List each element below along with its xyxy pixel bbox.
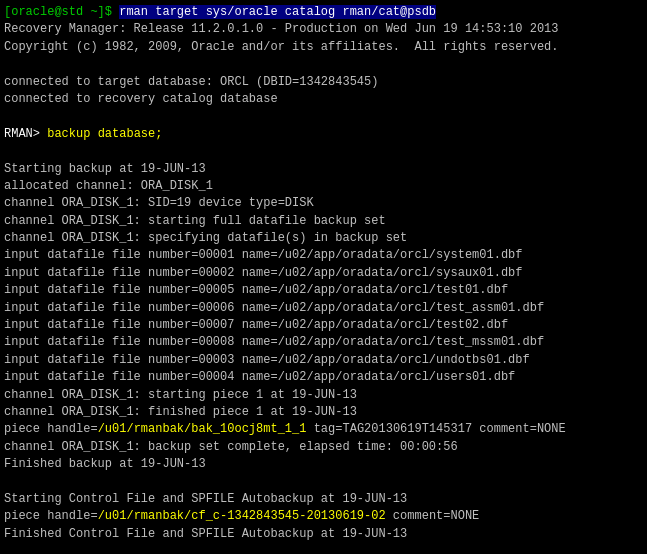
- channel-finish-text: channel ORA_DISK_1: finished piece 1 at …: [4, 405, 357, 419]
- input2-line: input datafile file number=00002 name=/u…: [4, 265, 643, 282]
- piece-handle2-suffix: comment=NONE: [386, 509, 480, 523]
- piece-handle1-path: /u01/rmanbak/bak_10ocj8mt_1_1: [98, 422, 307, 436]
- piece-handle1-suffix: tag=TAG20130619T145317 comment=NONE: [306, 422, 565, 436]
- channel-finish-line: channel ORA_DISK_1: finished piece 1 at …: [4, 404, 643, 421]
- rman-prompt: RMAN>: [4, 127, 47, 141]
- connected1-text: connected to target database: ORCL (DBID…: [4, 75, 378, 89]
- recovery-manager-line: Recovery Manager: Release 11.2.0.1.0 - P…: [4, 21, 643, 38]
- recovery-manager-text: Recovery Manager: Release 11.2.0.1.0 - P…: [4, 22, 559, 36]
- channel-complete-line: channel ORA_DISK_1: backup set complete,…: [4, 439, 643, 456]
- alloc-channel-line: allocated channel: ORA_DISK_1: [4, 178, 643, 195]
- piece-handle1-line: piece handle=/u01/rmanbak/bak_10ocj8mt_1…: [4, 421, 643, 438]
- rman-prompt-line: RMAN> backup database;: [4, 126, 643, 143]
- backup-cmd: backup database;: [47, 127, 162, 141]
- blank5: [4, 543, 643, 554]
- input5-text: input datafile file number=00007 name=/u…: [4, 318, 508, 332]
- finished1-text: Finished backup at 19-JUN-13: [4, 457, 206, 471]
- piece-handle2-prefix: piece handle=: [4, 509, 98, 523]
- input3-line: input datafile file number=00005 name=/u…: [4, 282, 643, 299]
- connected1-line: connected to target database: ORCL (DBID…: [4, 74, 643, 91]
- start-backup-text: Starting backup at 19-JUN-13: [4, 162, 206, 176]
- piece-handle2-path: /u01/rmanbak/cf_c-1342843545-20130619-02: [98, 509, 386, 523]
- channel-full-line: channel ORA_DISK_1: starting full datafi…: [4, 213, 643, 230]
- input2-text: input datafile file number=00002 name=/u…: [4, 266, 522, 280]
- finished2-text: Finished Control File and SPFILE Autobac…: [4, 527, 407, 541]
- input8-line: input datafile file number=00004 name=/u…: [4, 369, 643, 386]
- terminal: [oracle@std ~]$ rman target sys/oracle c…: [0, 0, 647, 554]
- input1-text: input datafile file number=00001 name=/u…: [4, 248, 522, 262]
- finished2-line: Finished Control File and SPFILE Autobac…: [4, 526, 643, 543]
- channel-sid-line: channel ORA_DISK_1: SID=19 device type=D…: [4, 195, 643, 212]
- channel-full-text: channel ORA_DISK_1: starting full datafi…: [4, 214, 386, 228]
- connected2-line: connected to recovery catalog database: [4, 91, 643, 108]
- input8-text: input datafile file number=00004 name=/u…: [4, 370, 515, 384]
- channel-start-line: channel ORA_DISK_1: starting piece 1 at …: [4, 387, 643, 404]
- connected2-text: connected to recovery catalog database: [4, 92, 278, 106]
- blank2: [4, 108, 643, 125]
- channel-spec-text: channel ORA_DISK_1: specifying datafile(…: [4, 231, 407, 245]
- input1-line: input datafile file number=00001 name=/u…: [4, 247, 643, 264]
- channel-complete-text: channel ORA_DISK_1: backup set complete,…: [4, 440, 458, 454]
- blank3: [4, 143, 643, 160]
- alloc-channel-text: allocated channel: ORA_DISK_1: [4, 179, 213, 193]
- piece-handle1-prefix: piece handle=: [4, 422, 98, 436]
- piece-handle2-line: piece handle=/u01/rmanbak/cf_c-134284354…: [4, 508, 643, 525]
- blank1: [4, 56, 643, 73]
- start-control-line: Starting Control File and SPFILE Autobac…: [4, 491, 643, 508]
- input7-line: input datafile file number=00003 name=/u…: [4, 352, 643, 369]
- start-control-text: Starting Control File and SPFILE Autobac…: [4, 492, 407, 506]
- finished1-line: Finished backup at 19-JUN-13: [4, 456, 643, 473]
- blank4: [4, 474, 643, 491]
- channel-sid-text: channel ORA_DISK_1: SID=19 device type=D…: [4, 196, 314, 210]
- start-backup-line: Starting backup at 19-JUN-13: [4, 161, 643, 178]
- prompt1: [oracle@std ~]$: [4, 5, 119, 19]
- cmd1-line: [oracle@std ~]$ rman target sys/oracle c…: [4, 4, 643, 21]
- channel-start-text: channel ORA_DISK_1: starting piece 1 at …: [4, 388, 357, 402]
- copyright-line: Copyright (c) 1982, 2009, Oracle and/or …: [4, 39, 643, 56]
- input6-line: input datafile file number=00008 name=/u…: [4, 334, 643, 351]
- input6-text: input datafile file number=00008 name=/u…: [4, 335, 544, 349]
- input4-text: input datafile file number=00006 name=/u…: [4, 301, 544, 315]
- input3-text: input datafile file number=00005 name=/u…: [4, 283, 508, 297]
- copyright-text: Copyright (c) 1982, 2009, Oracle and/or …: [4, 40, 559, 54]
- rman-command: rman target sys/oracle catalog rman/cat@…: [119, 5, 436, 19]
- channel-spec-line: channel ORA_DISK_1: specifying datafile(…: [4, 230, 643, 247]
- input7-text: input datafile file number=00003 name=/u…: [4, 353, 530, 367]
- input4-line: input datafile file number=00006 name=/u…: [4, 300, 643, 317]
- input5-line: input datafile file number=00007 name=/u…: [4, 317, 643, 334]
